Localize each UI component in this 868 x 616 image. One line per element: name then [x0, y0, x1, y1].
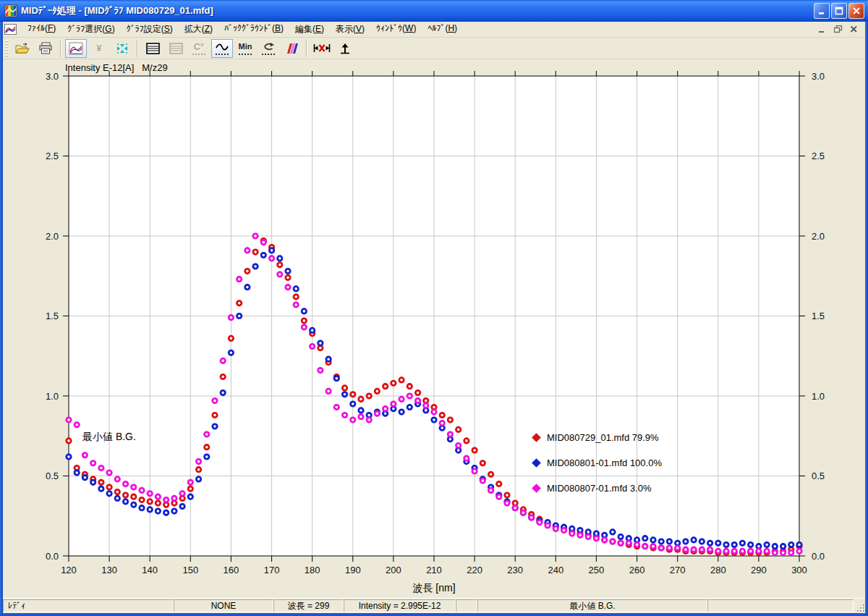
yen-icon: ¥ [96, 43, 101, 53]
toolbar-grip[interactable] [5, 41, 8, 56]
app-window: MIDﾃﾞｰﾀ処理 - [MIDｸﾞﾗﾌ MID080729_01.mfd] ﾌ… [0, 0, 868, 616]
toolbar-separator [60, 40, 61, 57]
svg-text:200: 200 [386, 565, 401, 575]
svg-text:290: 290 [751, 565, 767, 575]
window-title: MIDﾃﾞｰﾀ処理 - [MIDｸﾞﾗﾌ MID080729_01.mfd] [21, 4, 213, 17]
celsius-icon: C° [194, 42, 205, 51]
status-min-bg: 最小値 B.G. [477, 599, 707, 612]
menu-item-graph-select[interactable]: ｸﾞﾗﾌ選択(G) [61, 21, 120, 38]
mdi-restore-button[interactable] [831, 23, 845, 35]
legend-entry: MID080807-01.mfd 3.0% [532, 481, 662, 495]
svg-text:2.5: 2.5 [46, 151, 59, 161]
resize-grip[interactable] [855, 602, 864, 612]
data-table-alt-button[interactable] [165, 39, 187, 58]
legend-diamond-icon [532, 458, 541, 468]
svg-text:2.0: 2.0 [812, 231, 825, 242]
svg-text:120: 120 [61, 565, 77, 575]
mdi-close-button[interactable] [847, 23, 861, 35]
legend-diamond-icon [532, 484, 541, 493]
mdi-close-icon [850, 25, 858, 33]
clear-x-markers-button[interactable] [311, 39, 333, 58]
table-icon [146, 43, 160, 54]
status-mode: NONE [174, 599, 273, 612]
menu-item-graph-settings[interactable]: ｸﾞﾗﾌ設定(S) [121, 21, 179, 38]
celsius-mode-button[interactable]: C° [188, 39, 210, 58]
svg-text:280: 280 [710, 565, 726, 575]
svg-text:1.0: 1.0 [46, 391, 59, 402]
svg-text:210: 210 [426, 565, 442, 575]
close-icon [852, 7, 861, 15]
graph-view-button[interactable] [65, 39, 87, 58]
wave-mode-button[interactable] [211, 39, 233, 58]
svg-text:0.0: 0.0 [812, 551, 825, 562]
min-mode-button[interactable]: Min [234, 39, 256, 58]
svg-text:130: 130 [101, 565, 117, 575]
svg-text:0.5: 0.5 [812, 471, 825, 481]
open-folder-icon [15, 42, 30, 54]
legend-diamond-icon [532, 433, 541, 442]
svg-text:3.0: 3.0 [46, 71, 59, 82]
minimize-icon [817, 7, 826, 15]
up-arrow-icon [339, 43, 352, 54]
svg-text:150: 150 [182, 565, 198, 575]
menu-item-window[interactable]: ｳｨﾝﾄﾞｳ(W) [370, 21, 422, 38]
print-button[interactable] [35, 39, 56, 58]
table-icon-disabled [169, 43, 183, 54]
svg-text:170: 170 [264, 565, 280, 575]
toolbar: ¥ [3, 38, 865, 59]
menu-item-background[interactable]: ﾊﾞｯｸｸﾞﾗｳﾝﾄﾞ(B) [218, 21, 289, 38]
loop-refresh-button[interactable] [258, 39, 279, 58]
fit-view-button[interactable] [111, 39, 133, 58]
wave-icon [216, 43, 229, 51]
plot-area[interactable]: 1201301401501601701801902002102202302402… [0, 59, 868, 598]
status-ready: ﾚﾃﾞｨ [3, 599, 174, 612]
comb-icon [284, 42, 299, 55]
menu-item-edit[interactable]: 編集(E) [289, 21, 330, 38]
svg-text:2.0: 2.0 [46, 231, 59, 242]
yen-scale-button[interactable]: ¥ [88, 39, 110, 58]
mdi-document-icon[interactable] [4, 24, 17, 35]
window-border-bottom [0, 613, 868, 616]
svg-text:3.0: 3.0 [812, 71, 825, 82]
maximize-button[interactable] [831, 3, 847, 19]
title-bar: MIDﾃﾞｰﾀ処理 - [MIDｸﾞﾗﾌ MID080729_01.mfd] [0, 0, 868, 22]
svg-text:0.0: 0.0 [46, 551, 59, 562]
legend-label: MID080807-01.mfd 3.0% [547, 483, 652, 494]
status-wavelength: 波長 = 299 [273, 599, 344, 612]
svg-text:1.5: 1.5 [46, 311, 59, 321]
close-button[interactable] [848, 3, 864, 19]
status-bar: ﾚﾃﾞｨ NONE 波長 = 299 Intensity = 2.995E-12… [3, 598, 865, 613]
minimize-button[interactable] [814, 3, 830, 19]
open-file-button[interactable] [12, 39, 33, 58]
export-up-button[interactable] [334, 39, 356, 58]
svg-text:140: 140 [142, 565, 158, 575]
toolbar-separator [137, 40, 138, 57]
svg-text:0.5: 0.5 [46, 471, 59, 481]
menu-item-view[interactable]: 表示(V) [330, 21, 370, 38]
maximize-icon [835, 7, 843, 15]
window-border-right [865, 22, 868, 616]
svg-text:1.0: 1.0 [812, 391, 825, 402]
svg-text:1.5: 1.5 [812, 311, 825, 321]
window-border-left [0, 22, 3, 616]
min-bg-annotation: 最小値 B.G. [82, 431, 136, 444]
svg-text:230: 230 [507, 565, 523, 575]
menu-item-zoom[interactable]: 拡大(Z) [179, 21, 218, 38]
mdi-minimize-button[interactable] [815, 23, 829, 35]
status-empty [707, 599, 854, 612]
chart-title: Intensity E-12[A] M/z29 [65, 62, 168, 73]
spectrum-chart[interactable]: 1201301401501601701801902002102202302402… [0, 59, 868, 598]
menu-item-file[interactable]: ﾌｧｲﾙ(F) [22, 21, 61, 38]
converge-arrows-icon [115, 42, 129, 55]
legend-label: MID080729_01.mfd 79.9% [547, 432, 659, 443]
legend-entry: MID080729_01.mfd 79.9% [532, 430, 662, 444]
graph-icon [69, 42, 83, 55]
menu-bar: ﾌｧｲﾙ(F)ｸﾞﾗﾌ選択(G)ｸﾞﾗﾌ設定(S)拡大(Z)ﾊﾞｯｸｸﾞﾗｳﾝﾄ… [3, 22, 865, 38]
app-icon[interactable] [4, 4, 17, 17]
kxk-icon [313, 43, 331, 54]
multi-graph-button[interactable] [281, 39, 302, 58]
data-table-button[interactable] [142, 39, 163, 58]
menu-item-help[interactable]: ﾍﾙﾌﾟ(H) [422, 21, 463, 38]
svg-text:190: 190 [345, 565, 361, 575]
status-intensity: Intensity = 2.995E-12 [344, 599, 456, 612]
